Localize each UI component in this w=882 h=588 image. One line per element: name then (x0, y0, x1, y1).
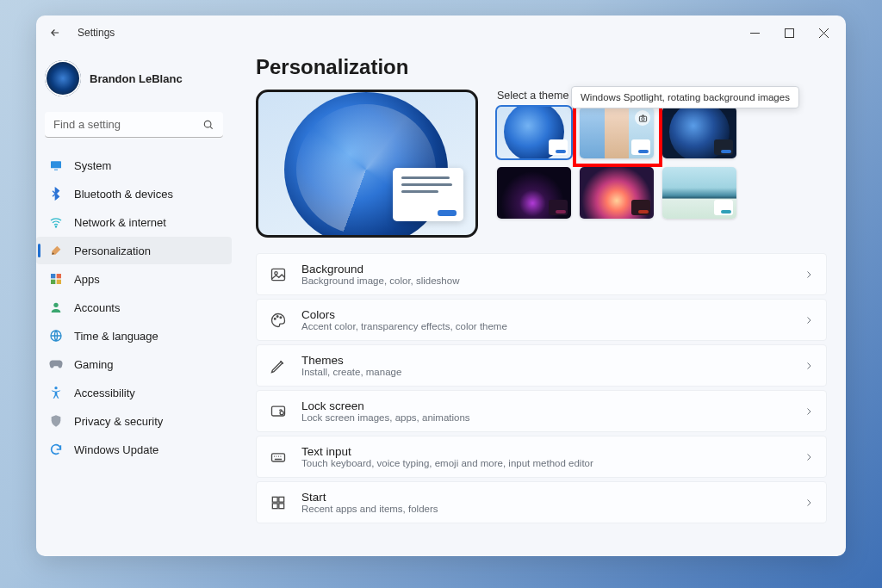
person-icon (48, 300, 64, 315)
nav-label: Accessibility (74, 387, 135, 399)
settings-rows: BackgroundBackground image, color, slide… (256, 253, 827, 523)
main-content: Personalization Windows Spotlight, rotat… (239, 50, 846, 556)
camera-icon (635, 110, 650, 126)
svg-point-18 (280, 316, 282, 318)
svg-point-17 (276, 315, 278, 317)
nav-label: System (74, 159, 111, 172)
sidebar-item-accounts[interactable]: Accounts (36, 294, 232, 321)
sidebar-item-update[interactable]: Windows Update (36, 436, 232, 463)
svg-rect-8 (57, 280, 61, 284)
nav-label: Personalization (74, 244, 151, 257)
row-textinput[interactable]: Text inputTouch keyboard, voice typing, … (256, 436, 827, 478)
update-icon (48, 442, 64, 457)
nav-label: Windows Update (74, 443, 158, 456)
wifi-icon (48, 214, 64, 230)
sidebar: Brandon LeBlanc System Bluetooth & devic… (36, 50, 239, 556)
nav-label: Time & language (74, 330, 158, 343)
nav-label: Network & internet (74, 216, 166, 229)
svg-rect-12 (639, 116, 646, 121)
theme-spotlight[interactable] (580, 107, 654, 158)
svg-rect-2 (51, 161, 61, 168)
row-lockscreen[interactable]: Lock screenLock screen images, apps, ani… (256, 390, 827, 432)
svg-point-4 (55, 226, 56, 227)
bluetooth-icon (48, 186, 64, 201)
svg-point-16 (274, 318, 276, 319)
nav-label: Bluetooth & devices (74, 188, 173, 201)
chevron-right-icon (804, 269, 814, 280)
svg-point-20 (280, 411, 283, 414)
theme-sunrise[interactable] (580, 167, 654, 219)
sidebar-item-bluetooth[interactable]: Bluetooth & devices (36, 180, 232, 207)
app-title: Settings (78, 27, 115, 39)
settings-window: Settings Brandon LeBlanc System (36, 15, 846, 556)
search-container (45, 112, 223, 138)
row-themes[interactable]: ThemesInstall, create, manage (256, 344, 827, 387)
theme-landscape[interactable] (662, 167, 736, 219)
svg-rect-25 (279, 503, 284, 508)
sidebar-item-apps[interactable]: Apps (36, 265, 232, 293)
title-bar: Settings (36, 15, 846, 50)
nav-label: Privacy & security (74, 415, 163, 428)
svg-rect-3 (54, 170, 58, 170)
row-background[interactable]: BackgroundBackground image, color, slide… (256, 253, 827, 295)
chevron-right-icon (804, 406, 814, 417)
svg-rect-6 (57, 274, 61, 278)
search-input[interactable] (45, 112, 223, 138)
gamepad-icon (48, 356, 64, 372)
svg-point-1 (204, 121, 211, 127)
pen-icon (269, 356, 288, 375)
svg-point-15 (275, 271, 277, 274)
close-icon (819, 28, 829, 38)
minimize-button[interactable] (737, 20, 772, 46)
tooltip-spotlight: Windows Spotlight, rotating background i… (571, 86, 799, 108)
monitor-icon (48, 158, 64, 173)
svg-rect-14 (272, 269, 285, 280)
svg-point-11 (54, 387, 57, 389)
search-icon (202, 119, 214, 131)
preview-app-card (393, 168, 463, 221)
accessibility-icon (48, 385, 64, 400)
maximize-button[interactable] (772, 20, 806, 46)
sidebar-item-network[interactable]: Network & internet (36, 208, 232, 236)
palette-icon (269, 311, 288, 330)
close-button[interactable] (806, 20, 841, 46)
image-icon (269, 265, 288, 284)
svg-rect-23 (279, 497, 284, 502)
sidebar-item-gaming[interactable]: Gaming (36, 350, 232, 378)
theme-selector: Windows Spotlight, rotating background i… (497, 90, 736, 219)
shield-icon (48, 413, 64, 429)
minimize-icon (750, 28, 760, 38)
desktop-preview (256, 90, 478, 238)
apps-icon (48, 271, 64, 287)
svg-rect-7 (51, 280, 55, 284)
sidebar-item-personalization[interactable]: Personalization (36, 237, 232, 264)
svg-rect-0 (785, 28, 793, 37)
theme-bloom-light[interactable] (497, 107, 571, 158)
sidebar-item-time[interactable]: Time & language (36, 322, 232, 350)
sidebar-item-privacy[interactable]: Privacy & security (36, 407, 232, 435)
sidebar-item-system[interactable]: System (36, 152, 232, 179)
window-controls (737, 20, 841, 46)
row-colors[interactable]: ColorsAccent color, transparency effects… (256, 299, 827, 341)
paintbrush-icon (48, 243, 64, 258)
chevron-right-icon (804, 452, 814, 462)
row-start[interactable]: StartRecent apps and items, folders (256, 481, 827, 523)
nav-label: Apps (74, 273, 100, 286)
globe-clock-icon (48, 328, 64, 344)
chevron-right-icon (804, 361, 814, 371)
chevron-right-icon (804, 498, 814, 508)
theme-glow[interactable] (497, 167, 571, 219)
nav-label: Gaming (74, 358, 114, 371)
svg-point-13 (641, 117, 643, 120)
theme-bloom-dark[interactable] (662, 107, 736, 158)
chevron-right-icon (804, 315, 814, 325)
start-icon (269, 493, 288, 512)
nav: System Bluetooth & devices Network & int… (36, 152, 232, 463)
back-button[interactable] (47, 24, 64, 41)
maximize-icon (785, 28, 794, 38)
svg-rect-24 (272, 503, 277, 508)
user-profile[interactable]: Brandon LeBlanc (36, 57, 232, 107)
nav-label: Accounts (74, 301, 120, 314)
sidebar-item-accessibility[interactable]: Accessibility (36, 379, 232, 406)
lockscreen-icon (269, 402, 288, 421)
